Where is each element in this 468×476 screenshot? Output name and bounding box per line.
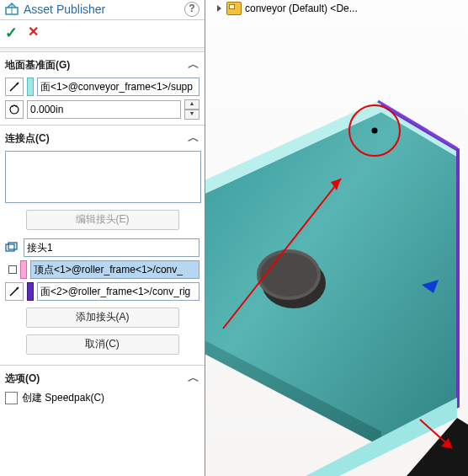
color-swatch — [27, 282, 34, 301]
angle-icon[interactable] — [5, 100, 24, 119]
tree-node-label: conveyor (Default) <De... — [245, 3, 358, 14]
property-panel: Asset Publisher ? ✓ ✕ 地面基准面(G) ︿ 面<1>@co… — [0, 0, 205, 476]
svg-point-6 — [260, 253, 317, 297]
cancel-button[interactable]: ✕ — [28, 24, 39, 42]
selection-field-2[interactable]: 面<2>@roller_frame<1>/conv_rig — [37, 282, 199, 301]
ok-button[interactable]: ✓ — [5, 24, 18, 42]
chevron-up-icon: ︿ — [188, 131, 199, 146]
speedpak-label: 创建 Speedpak(C) — [22, 391, 104, 405]
assembly-icon — [226, 2, 242, 15]
add-connector-button[interactable]: 添加接头(A) — [26, 308, 179, 328]
svg-point-9 — [372, 128, 378, 134]
section-connectors[interactable]: 连接点(C) ︿ — [5, 129, 199, 147]
color-swatch — [20, 260, 27, 279]
angle-field[interactable]: 0.000in — [27, 100, 181, 119]
connector-name-field[interactable]: 接头1 — [24, 238, 199, 257]
speedpak-checkbox[interactable] — [5, 392, 18, 404]
tree-expand-icon[interactable] — [217, 5, 221, 12]
color-swatch — [27, 78, 34, 96]
direction-icon[interactable] — [5, 282, 24, 301]
connectors-listbox[interactable] — [5, 151, 201, 203]
clear-selection-icon[interactable] — [8, 265, 17, 274]
svg-marker-0 — [205, 112, 457, 447]
section-title: 地面基准面(G) — [5, 58, 70, 72]
feature-tree-node[interactable]: conveyor (Default) <De... — [217, 2, 358, 15]
chevron-up-icon: ︿ — [188, 371, 199, 386]
panel-title: Asset Publisher — [24, 3, 184, 16]
svg-rect-19 — [8, 243, 17, 249]
selection-field-1[interactable]: 顶点<1>@roller_frame<1>/conv_ — [30, 260, 199, 279]
section-title: 选项(O) — [5, 372, 40, 386]
help-button[interactable]: ? — [184, 2, 199, 17]
edit-connector-button[interactable]: 编辑接头(E) — [26, 210, 179, 230]
viewport-3d[interactable] — [205, 0, 468, 476]
section-options[interactable]: 选项(O) ︿ — [5, 369, 199, 388]
spinner-up[interactable]: ▲ — [184, 99, 199, 110]
asset-publisher-icon — [5, 3, 19, 16]
connector-icon — [5, 242, 19, 254]
spinner-down[interactable]: ▼ — [184, 110, 199, 120]
ground-face-field[interactable]: 面<1>@conveyor_frame<1>/supp — [37, 78, 199, 96]
chevron-up-icon: ︿ — [188, 57, 199, 72]
face-select-icon[interactable] — [5, 78, 24, 96]
svg-rect-18 — [6, 244, 14, 251]
section-ground-plane[interactable]: 地面基准面(G) ︿ — [5, 56, 199, 74]
section-title: 连接点(C) — [5, 131, 50, 146]
cancel-connector-button[interactable]: 取消(C) — [26, 334, 179, 355]
